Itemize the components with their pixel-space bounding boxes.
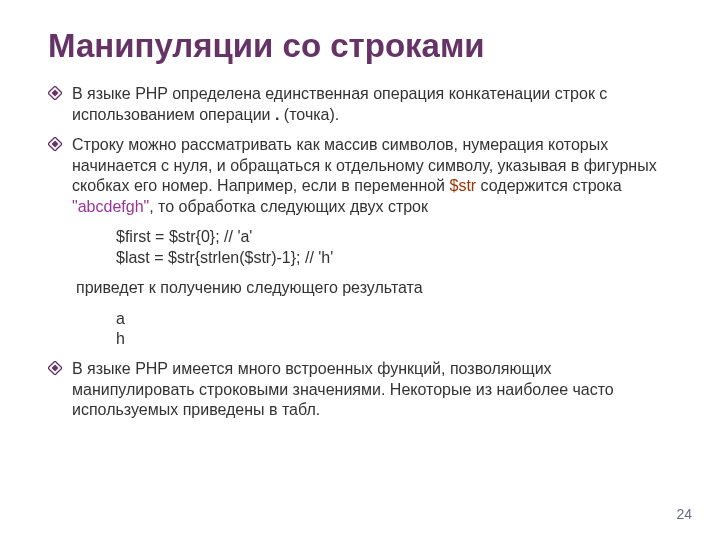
bullet-2-text: Строку можно рассматривать как массив си… [72, 135, 672, 217]
after-code-text: приведет к получению следующего результа… [76, 278, 672, 298]
bullet-1-text: В языке PHP определена единственная опер… [72, 84, 672, 125]
result-block: a h [76, 309, 672, 350]
bullet-1: В языке PHP определена единственная опер… [48, 84, 672, 125]
bullet-3: В языке PHP имеется много встроенных фун… [48, 359, 672, 420]
code-block: $first = $str{0}; // 'a' $last = $str{st… [76, 227, 672, 268]
bullet-2: Строку можно рассматривать как массив си… [48, 135, 672, 217]
result-line-1: a [116, 309, 672, 329]
bullet-diamond-icon [48, 361, 62, 420]
bullet-diamond-icon [48, 86, 62, 125]
string-literal: abcdefgh [78, 198, 144, 215]
slide-title: Манипуляции со строками [48, 28, 672, 64]
svg-rect-1 [51, 90, 58, 97]
bullet-diamond-icon [48, 137, 62, 217]
result-line-2: h [116, 329, 672, 349]
code-line-2: $last = $str{strlen($str)-1}; // 'h' [116, 248, 672, 268]
svg-rect-3 [51, 141, 58, 148]
svg-rect-5 [51, 365, 58, 372]
page-number: 24 [676, 506, 692, 522]
code-line-1: $first = $str{0}; // 'a' [116, 227, 672, 247]
bullet-3-text: В языке PHP имеется много встроенных фун… [72, 359, 672, 420]
var-str: $str [450, 177, 477, 194]
